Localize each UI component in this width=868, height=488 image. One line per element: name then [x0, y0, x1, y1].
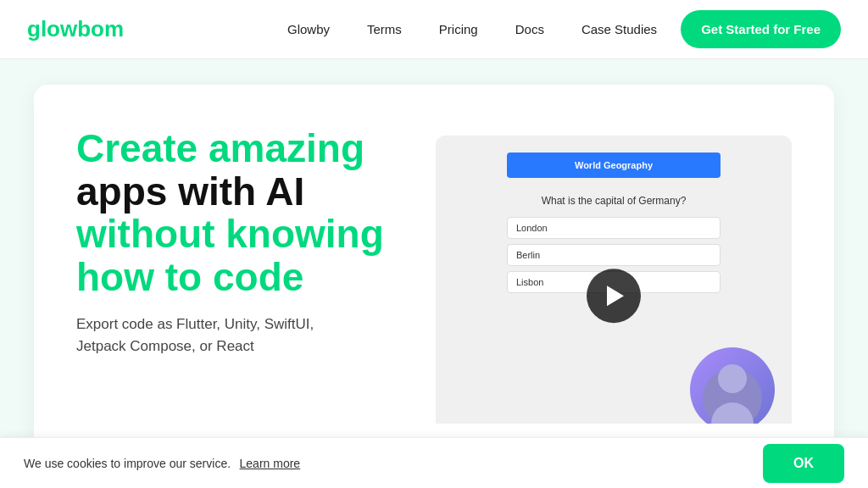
hero-card: Create amazing apps with AI without know… — [34, 85, 834, 449]
cookie-text: We use cookies to improve our service. — [24, 457, 231, 470]
hero-subtext-line1: Export code as Flutter, Unity, SwiftUI, — [76, 316, 314, 332]
hero-text-section: Create amazing apps with AI without know… — [76, 127, 402, 357]
cookie-message-area: We use cookies to improve our service. L… — [24, 456, 300, 471]
headline-line3: without knowing — [76, 212, 384, 256]
headline-line4: how to code — [76, 255, 303, 299]
nav-link-case-studies[interactable]: Case Studies — [568, 15, 670, 43]
hero-preview: World Geography What is the capital of G… — [436, 136, 792, 424]
hero-headline: Create amazing apps with AI without know… — [76, 127, 402, 298]
headline-line1: Create amazing — [76, 126, 364, 170]
main-background: Create amazing apps with AI without know… — [0, 59, 868, 449]
logo-suffix: bom — [77, 16, 124, 42]
cookie-banner: We use cookies to improve our service. L… — [0, 437, 868, 488]
nav-link-terms[interactable]: Terms — [353, 15, 415, 43]
avatar-silhouette — [703, 369, 762, 424]
avatar — [690, 347, 775, 424]
nav-links: Glowby Terms Pricing Docs Case Studies G… — [274, 10, 841, 48]
cookie-learn-more[interactable]: Learn more — [240, 457, 301, 470]
hero-subtext-line2: Jetpack Compose, or React — [76, 338, 254, 354]
avatar-body — [711, 402, 754, 424]
avatar-head — [718, 364, 747, 393]
nav-link-pricing[interactable]: Pricing — [426, 15, 492, 43]
logo[interactable]: glowbom — [27, 16, 124, 42]
app-option-1[interactable]: Berlin — [507, 244, 721, 266]
cookie-ok-button[interactable]: OK — [763, 444, 844, 483]
app-screen: World Geography What is the capital of G… — [436, 136, 792, 424]
get-started-button[interactable]: Get Started for Free — [681, 10, 841, 48]
video-play-button[interactable] — [587, 269, 641, 323]
hero-subtext: Export code as Flutter, Unity, SwiftUI, … — [76, 313, 402, 357]
navbar: glowbom Glowby Terms Pricing Docs Case S… — [0, 0, 868, 59]
nav-link-glowby[interactable]: Glowby — [274, 15, 343, 43]
headline-line2: apps with AI — [76, 169, 304, 214]
play-icon — [607, 286, 624, 306]
app-title-text: World Geography — [575, 160, 653, 170]
nav-link-docs[interactable]: Docs — [502, 15, 558, 43]
app-option-0[interactable]: London — [507, 217, 721, 239]
logo-prefix: glow — [27, 16, 77, 42]
app-title-bar: World Geography — [507, 152, 721, 178]
app-question: What is the capital of Germany? — [542, 195, 687, 207]
